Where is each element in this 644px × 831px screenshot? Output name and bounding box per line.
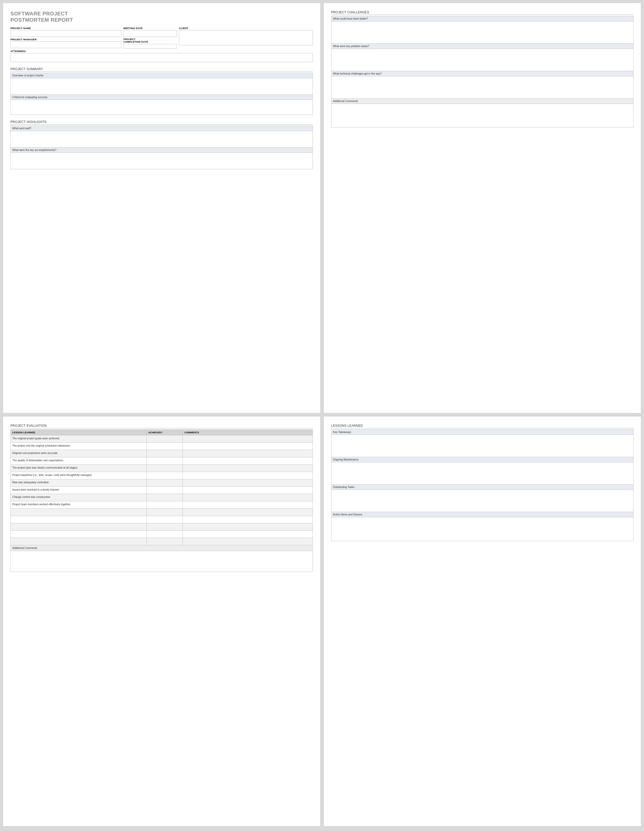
cell-lesson: The quality of deliverables met expectat… bbox=[11, 457, 147, 465]
cell-comments[interactable] bbox=[183, 457, 313, 465]
cell-achieved[interactable] bbox=[146, 435, 183, 443]
cell-lesson: Original cost projections were accurate. bbox=[11, 450, 147, 457]
input-attendees[interactable] bbox=[11, 53, 313, 62]
input-technical[interactable] bbox=[331, 76, 633, 99]
cell-comments[interactable] bbox=[183, 494, 313, 501]
evaluation-table: LESSON LEARNED ACHIEVED? COMMENTS The or… bbox=[11, 429, 313, 545]
cell-lesson: Project team members worked effectively … bbox=[11, 501, 147, 508]
section-project-challenges: PROJECT CHALLENGES What could have been … bbox=[331, 11, 633, 128]
section-project-summary: PROJECT SUMMARY Overview of project char… bbox=[11, 67, 313, 115]
cell-comments[interactable] bbox=[183, 443, 313, 450]
meta-row-2: PROJECT MANAGER PROJECT COMPLETION DATE bbox=[11, 38, 313, 49]
cell-achieved[interactable] bbox=[146, 479, 183, 486]
input-criteria[interactable] bbox=[11, 100, 313, 115]
cell-comments[interactable] bbox=[183, 479, 313, 486]
cell-comments[interactable] bbox=[183, 450, 313, 457]
table-row bbox=[11, 530, 313, 538]
label-problem-areas: What were key problem areas? bbox=[331, 44, 633, 49]
label-client: CLIENT bbox=[179, 27, 313, 30]
cell-achieved[interactable] bbox=[146, 472, 183, 479]
label-criteria: Criteria for evaluating success bbox=[11, 95, 313, 100]
cell-achieved[interactable] bbox=[146, 457, 183, 465]
label-overview: Overview of project charter bbox=[11, 73, 313, 78]
cell-lesson bbox=[11, 538, 147, 545]
cell-achieved[interactable] bbox=[146, 465, 183, 472]
cell-achieved[interactable] bbox=[146, 538, 183, 545]
cell-lesson bbox=[11, 508, 147, 516]
cell-lesson bbox=[11, 530, 147, 538]
input-completion-date[interactable] bbox=[124, 44, 177, 49]
cell-achieved[interactable] bbox=[146, 486, 183, 494]
table-row: Risk was adequately controlled. bbox=[11, 479, 313, 486]
col-comments: COMMENTS bbox=[183, 429, 313, 435]
cell-comments[interactable] bbox=[183, 523, 313, 530]
table-row: The project met the original scheduled m… bbox=[11, 443, 313, 450]
cell-achieved[interactable] bbox=[146, 530, 183, 538]
input-key-takeaways[interactable] bbox=[331, 435, 633, 457]
input-action-items[interactable] bbox=[331, 517, 633, 541]
section-lessons-learned: LESSONS LEARNED Key Takeaways Ongoing Ma… bbox=[331, 424, 633, 541]
cell-achieved[interactable] bbox=[146, 516, 183, 523]
table-row bbox=[11, 508, 313, 516]
input-better[interactable] bbox=[331, 21, 633, 43]
label-technical: What technical challenges got in the way… bbox=[331, 71, 633, 76]
label-challenges-additional: Additional Comments bbox=[331, 99, 633, 104]
input-project-name[interactable] bbox=[11, 30, 121, 37]
cell-comments[interactable] bbox=[183, 486, 313, 494]
input-meeting-date[interactable] bbox=[124, 30, 177, 37]
table-row: Project team members worked effectively … bbox=[11, 501, 313, 508]
section-project-evaluation: PROJECT EVALUATION LESSON LEARNED ACHIEV… bbox=[11, 424, 313, 572]
table-row: Issues were resolved in a timely manner. bbox=[11, 486, 313, 494]
report-title: SOFTWARE PROJECT POSTMORTEM REPORT bbox=[11, 11, 313, 23]
table-row: The project plan was clearly communicate… bbox=[11, 465, 313, 472]
cell-comments[interactable] bbox=[183, 538, 313, 545]
page-3: PROJECT EVALUATION LESSON LEARNED ACHIEV… bbox=[3, 417, 320, 826]
cell-comments[interactable] bbox=[183, 530, 313, 538]
col-achieved: ACHIEVED? bbox=[146, 429, 183, 435]
cell-comments[interactable] bbox=[183, 472, 313, 479]
label-meeting-date: MEETING DATE bbox=[124, 27, 177, 30]
input-challenges-additional[interactable] bbox=[331, 104, 633, 127]
cell-achieved[interactable] bbox=[146, 523, 183, 530]
cell-achieved[interactable] bbox=[146, 450, 183, 457]
input-project-manager[interactable] bbox=[11, 41, 121, 48]
cell-comments[interactable] bbox=[183, 501, 313, 508]
cell-lesson: The project plan was clearly communicate… bbox=[11, 465, 147, 472]
label-better: What could have been better? bbox=[331, 16, 633, 21]
cell-lesson: The project met the original scheduled m… bbox=[11, 443, 147, 450]
header-project-evaluation: PROJECT EVALUATION bbox=[11, 424, 313, 428]
cell-comments[interactable] bbox=[183, 508, 313, 516]
cell-comments[interactable] bbox=[183, 435, 313, 443]
label-attendees: ATTENDEES bbox=[11, 50, 313, 53]
label-key-takeaways: Key Takeaways bbox=[331, 430, 633, 435]
input-eval-additional[interactable] bbox=[11, 551, 313, 572]
page-2: PROJECT CHALLENGES What could have been … bbox=[324, 3, 641, 413]
page-4: LESSONS LEARNED Key Takeaways Ongoing Ma… bbox=[324, 417, 641, 826]
header-project-summary: PROJECT SUMMARY bbox=[11, 67, 313, 72]
label-accomplishments: What were the key accomplishments? bbox=[11, 148, 313, 153]
cell-lesson: Change control was constructive. bbox=[11, 494, 147, 501]
input-overview[interactable] bbox=[11, 78, 313, 94]
cell-achieved[interactable] bbox=[146, 501, 183, 508]
input-problem-areas[interactable] bbox=[331, 49, 633, 71]
input-ongoing[interactable] bbox=[331, 462, 633, 484]
table-row: Original cost projections were accurate. bbox=[11, 450, 313, 457]
table-row: The quality of deliverables met expectat… bbox=[11, 457, 313, 465]
table-row bbox=[11, 516, 313, 523]
label-completion-date: PROJECT COMPLETION DATE bbox=[124, 38, 177, 43]
cell-comments[interactable] bbox=[183, 516, 313, 523]
cell-lesson: The original project goals were achieved… bbox=[11, 435, 147, 443]
section-project-highlights: PROJECT HIGHLIGHTS What went well? What … bbox=[11, 120, 313, 169]
col-lesson-learned: LESSON LEARNED bbox=[11, 429, 147, 435]
table-row bbox=[11, 538, 313, 545]
cell-comments[interactable] bbox=[183, 465, 313, 472]
input-went-well[interactable] bbox=[11, 131, 313, 147]
cell-achieved[interactable] bbox=[146, 494, 183, 501]
table-row: Project baselines (i.e., time, scope, co… bbox=[11, 472, 313, 479]
cell-achieved[interactable] bbox=[146, 443, 183, 450]
input-accomplishments[interactable] bbox=[11, 153, 313, 169]
input-outstanding[interactable] bbox=[331, 490, 633, 512]
label-went-well: What went well? bbox=[11, 126, 313, 131]
table-row bbox=[11, 523, 313, 530]
cell-achieved[interactable] bbox=[146, 508, 183, 516]
